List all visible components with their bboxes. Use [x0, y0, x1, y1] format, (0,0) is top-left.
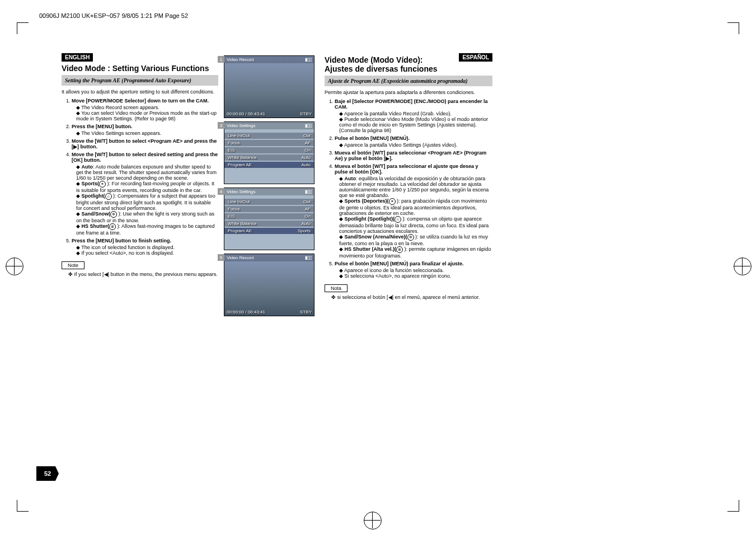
spanish-column: Video Mode (Modo Vídeo): Ajustes de dive…	[325, 53, 492, 320]
ss-title: Video Record	[227, 57, 253, 62]
screenshots-column: 1 Video Record ▮▯▯ 00:00:00 / 00:43:41 S…	[218, 53, 325, 320]
mode-name: Auto	[82, 164, 93, 170]
mode-sandsnow: Sand/Snow(❄ ): Use when the light is ver…	[76, 211, 218, 223]
setting-row: Line In/OutOut	[224, 199, 314, 205]
step-4: Mueva el botón [W/T] para seleccionar el…	[335, 163, 492, 259]
mode-name: Sports (Deportes)(	[345, 198, 389, 204]
setting-value: AF	[305, 207, 311, 212]
step-title: Baje el [Selector POWER/MODE] (ENC./MODO…	[335, 99, 492, 110]
ss-time: 00:00:00 / 00:43:41	[227, 310, 265, 315]
step-sub: Si selecciona <Auto>, no aparece ningún …	[339, 273, 492, 279]
hsshutter-icon: ⊗	[109, 223, 116, 230]
step-sub: If you select <Auto>, no icon is display…	[76, 250, 218, 256]
screenshot-number: 4	[218, 188, 224, 195]
setting-row: EISOn	[224, 213, 314, 219]
mode-auto: Auto: Auto mode balances exposure and sh…	[76, 164, 218, 181]
step-title: Mueva el botón [W/T] para seleccionar <P…	[335, 150, 492, 161]
setting-key: Line In/Out	[228, 133, 250, 138]
step-2: Press the [MENU] button. The Video Setti…	[72, 124, 218, 136]
setting-key: EIS	[228, 148, 235, 153]
registration-mark-icon	[6, 257, 22, 274]
manual-page: 00906J M2100 UK+ESP~057 9/8/05 1:21 PM P…	[0, 0, 756, 534]
mode-name: Sand/Snow(	[82, 211, 111, 217]
screenshot-1: 1 Video Record ▮▯▯ 00:00:00 / 00:43:41 S…	[224, 55, 314, 118]
note-text: si selecciona el botón [◀] en el menú, a…	[331, 294, 492, 300]
mode-hsshutter: HS Shutter (Alta vel.)(⊗ ): permite capt…	[339, 246, 492, 259]
sports-icon: ✶	[99, 181, 106, 188]
mode-name: HS Shutter (Alta vel.)(	[345, 246, 397, 252]
setting-row: FocusAF	[224, 206, 314, 212]
step-sub: You can select Video mode or Previous mo…	[76, 110, 218, 121]
spotlight-icon: ⌂	[395, 216, 401, 223]
setting-row: White BalanceAuto	[224, 154, 314, 161]
setting-value: Out	[303, 133, 311, 138]
note-text: If you select [◀] button in the menu, th…	[68, 271, 218, 277]
screenshot-number: 1	[218, 56, 224, 63]
setting-value: Sports	[298, 228, 311, 233]
crop-mark-icon	[727, 500, 739, 512]
spanish-section-header: Ajuste de Program AE (Exposición automát…	[325, 76, 492, 86]
language-badge-english: ENGLISH	[62, 53, 93, 62]
setting-key: EIS	[228, 214, 235, 219]
ss-title: Video Record	[227, 255, 253, 260]
english-steps: Move [POWER/MODE Selector] down to turn …	[62, 98, 218, 256]
mode-spotlight: Spotlight(⌂ ): Compensates for a subject…	[76, 193, 218, 211]
hsshutter-icon: ⊗	[396, 246, 403, 253]
print-header: 00906J M2100 UK+ESP~057 9/8/05 1:21 PM P…	[39, 12, 188, 19]
mode-sports: Sports (Deportes)(✶ ): para grabación rá…	[339, 198, 492, 216]
screenshot-3: 3 Video Settings ▮▯▯ Line In/OutOut Focu…	[224, 121, 314, 184]
mode-sandsnow: Sand/Snow (Arena/Nieve)(❄ ): se utiliza …	[339, 234, 492, 246]
mode-name: Spotlight(	[82, 193, 105, 199]
setting-key: Program AE	[228, 162, 252, 167]
content: ENGLISH Video Mode : Setting Various Fun…	[62, 53, 492, 320]
step-title: Pulse el botón [MENU] (MENÚ) para finali…	[335, 261, 492, 266]
setting-row: EISOn	[224, 147, 314, 153]
setting-key: Line In/Out	[228, 199, 250, 204]
ss-title: Video Settings	[227, 189, 255, 194]
mode-name: Sand/Snow (Arena/Nieve)(	[345, 234, 407, 240]
ss-title: Video Settings	[227, 123, 255, 128]
screenshot-number: 3	[218, 122, 224, 129]
setting-key: White Balance	[228, 221, 257, 226]
step-sub: Puede seleccionar Video Mode (Modo Vídeo…	[339, 116, 492, 133]
step-title: Move [POWER/MODE Selector] down to turn …	[72, 98, 218, 104]
setting-row-selected: Program AESports	[224, 228, 314, 234]
english-column: ENGLISH Video Mode : Setting Various Fun…	[62, 53, 218, 320]
setting-value: Auto	[302, 162, 311, 167]
battery-icon: ▮▯▯	[305, 123, 312, 128]
screenshot-5: 5 Video Record ▮▯▯ 00:00:00 / 00:43:41 S…	[224, 254, 314, 316]
sports-icon: ✶	[389, 198, 396, 205]
mode-name: Sports(	[82, 181, 100, 186]
spanish-intro: Permite ajustar la apertura para adaptar…	[325, 90, 492, 95]
step-title: Press the [MENU] button.	[72, 124, 218, 129]
setting-value: Auto	[302, 221, 311, 226]
step-title: Move the [W/T] button to select desired …	[72, 152, 218, 163]
step-1: Baje el [Selector POWER/MODE] (ENC./MODO…	[335, 99, 492, 133]
mode-sports: Sports(✶ ): For recording fast-moving pe…	[76, 181, 218, 193]
spanish-title-2: Ajustes de diversas funciones	[325, 64, 438, 73]
note-label: Nota	[325, 284, 348, 292]
setting-row: Line In/OutOut	[224, 133, 314, 139]
step-sub: The Video Settings screen appears.	[76, 130, 218, 136]
ss-status: STBY	[300, 111, 312, 116]
step-sub: The icon of selected function is display…	[76, 245, 218, 250]
step-4: Move the [W/T] button to select desired …	[72, 152, 218, 236]
setting-key: Program AE	[228, 228, 252, 233]
battery-icon: ▮▯▯	[305, 189, 312, 194]
step-sub: Aparece la pantalla Video Record (Grab. …	[339, 111, 492, 116]
setting-row-selected: Program AEAuto	[224, 162, 314, 168]
setting-row: FocusAF	[224, 140, 314, 146]
screenshot-number: 5	[218, 254, 224, 261]
registration-mark-icon	[734, 257, 750, 274]
step-title: Press the [MENU] button to finish settin…	[72, 238, 218, 243]
crop-mark-icon	[727, 22, 739, 34]
sandsnow-icon: ❄	[110, 211, 117, 218]
crop-mark-icon	[17, 22, 29, 34]
mode-name: Spotlight (Spotlight)(	[345, 216, 395, 222]
setting-value: On	[304, 214, 311, 219]
setting-value: On	[304, 148, 311, 153]
ss-time: 00:00:00 / 00:43:41	[227, 111, 265, 116]
english-section-header: Setting the Program AE (Programmed Auto …	[62, 75, 218, 86]
step-1: Move [POWER/MODE Selector] down to turn …	[72, 98, 218, 121]
step-title: Mueva el botón [W/T] para seleccionar el…	[335, 163, 492, 175]
